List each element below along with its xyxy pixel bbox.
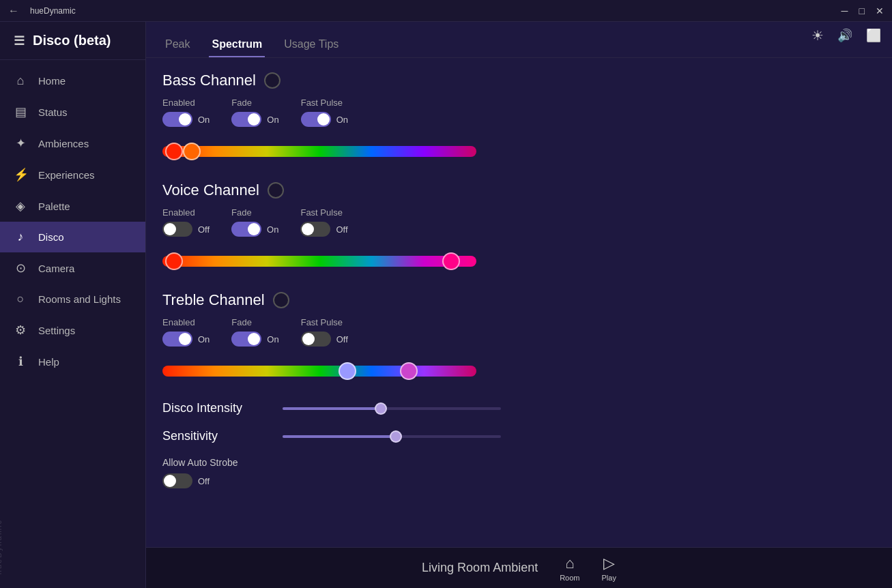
sidebar-label-palette: Palette [38, 201, 70, 212]
bottom-bar: Living Room Ambient ⌂ Room ▷ Play [146, 547, 892, 588]
treble-enabled-group: Enabled On [162, 317, 210, 347]
sidebar-item-home[interactable]: ⌂ Home [0, 65, 145, 96]
disco-icon: ♪ [14, 230, 27, 244]
bass-fade-thumb [248, 113, 260, 126]
voice-channel-section: Voice Channel Enabled Off F [162, 181, 876, 275]
sidebar-item-camera[interactable]: ⊙ Camera [0, 252, 145, 284]
sidebar-item-status[interactable]: ▤ Status [0, 96, 145, 128]
bottom-bar-title: Living Room Ambient [422, 561, 538, 575]
sidebar-item-experiences[interactable]: ⚡ Experiences [0, 159, 145, 190]
maximize-button[interactable]: □ [859, 5, 865, 16]
bass-fade-label: Fade [231, 98, 278, 108]
sidebar-label-settings: Settings [38, 325, 75, 336]
bass-enabled-label: Enabled [162, 98, 210, 108]
play-action[interactable]: ▷ Play [602, 555, 616, 582]
treble-fade-inline: On [231, 332, 278, 347]
treble-gradient-track [162, 366, 476, 377]
treble-controls-row: Enabled On Fade [162, 317, 876, 347]
treble-thumb-2[interactable] [400, 362, 418, 380]
close-button[interactable]: ✕ [876, 5, 884, 16]
tab-spectrum[interactable]: Spectrum [209, 33, 265, 57]
bass-channel-dot [264, 72, 280, 89]
voice-enabled-inline: Off [162, 222, 210, 237]
treble-fade-toggle[interactable] [231, 332, 261, 347]
scroll-area[interactable]: Bass Channel Enabled On Fad [146, 58, 892, 547]
room-icon: ⌂ [565, 555, 574, 572]
disco-intensity-thumb[interactable] [375, 402, 387, 415]
window-controls: ─ □ ✕ [841, 5, 884, 16]
auto-strobe-inline: Off [162, 473, 876, 488]
sidebar-nav: ⌂ Home ▤ Status ✦ Ambiences ⚡ Experience… [0, 60, 145, 588]
voice-fade-group: Fade On [231, 207, 278, 237]
treble-thumb-1[interactable] [339, 362, 356, 380]
treble-fade-group: Fade On [231, 317, 278, 347]
auto-strobe-toggle[interactable] [162, 473, 192, 488]
disco-intensity-label: Disco Intensity [162, 401, 272, 415]
display-icon[interactable]: ⬜ [866, 28, 881, 43]
bass-enabled-text: On [198, 115, 210, 125]
bass-channel-title: Bass Channel [162, 72, 256, 89]
sidebar-item-settings[interactable]: ⚙ Settings [0, 314, 145, 346]
treble-enabled-label: Enabled [162, 317, 210, 327]
auto-strobe-thumb [164, 475, 176, 487]
sensitivity-thumb[interactable] [390, 430, 402, 443]
voice-enabled-label: Enabled [162, 207, 210, 218]
treble-fastpulse-toggle[interactable] [301, 332, 331, 347]
main-layout: ☰ Disco (beta) ⌂ Home ▤ Status ✦ Ambienc… [0, 22, 892, 588]
bass-fastpulse-inline: On [301, 112, 348, 127]
sensitivity-track[interactable] [283, 435, 501, 438]
brightness-icon[interactable]: ☀ [811, 27, 824, 44]
bass-gradient-track [162, 146, 476, 157]
treble-enabled-text: On [198, 334, 210, 344]
voice-enabled-text: Off [198, 224, 210, 235]
voice-fastpulse-inline: Off [300, 222, 347, 237]
voice-fade-thumb [248, 223, 260, 235]
treble-fastpulse-thumb [302, 333, 315, 345]
sidebar-label-camera: Camera [38, 263, 74, 274]
auto-strobe-label: Allow Auto Strobe [162, 457, 876, 468]
sidebar-item-help[interactable]: ℹ Help [0, 346, 145, 377]
sidebar-item-palette[interactable]: ◈ Palette [0, 190, 145, 222]
treble-channel-header: Treble Channel [162, 291, 876, 309]
back-button[interactable]: ← [8, 5, 19, 17]
volume-icon[interactable]: 🔊 [837, 28, 852, 43]
header-actions: ☀ 🔊 ⬜ [811, 27, 881, 44]
sidebar-item-ambiences[interactable]: ✦ Ambiences [0, 128, 145, 159]
minimize-button[interactable]: ─ [841, 5, 848, 16]
bass-fade-toggle[interactable] [231, 112, 261, 127]
bass-thumb-1[interactable] [165, 143, 183, 160]
voice-thumb-1[interactable] [165, 252, 183, 270]
sidebar-label-help: Help [38, 356, 59, 368]
treble-gradient-slider[interactable] [162, 357, 876, 385]
bass-gradient-slider[interactable] [162, 138, 876, 165]
treble-enabled-toggle[interactable] [162, 332, 192, 347]
bass-enabled-toggle[interactable] [162, 112, 192, 127]
bass-fastpulse-toggle[interactable] [301, 112, 331, 127]
sidebar-label-experiences: Experiences [38, 169, 95, 181]
tab-bar: Peak Spectrum Usage Tips [146, 22, 892, 58]
tab-usage-tips[interactable]: Usage Tips [281, 33, 341, 57]
hamburger-icon[interactable]: ☰ [14, 33, 25, 48]
sidebar-label-status: Status [38, 106, 68, 118]
sidebar-item-disco[interactable]: ♪ Disco [0, 222, 145, 252]
bass-thumb-2[interactable] [183, 143, 201, 160]
sidebar-item-rooms-and-lights[interactable]: ○ Rooms and Lights [0, 284, 145, 314]
treble-fastpulse-group: Fast Pulse Off [301, 317, 348, 347]
voice-fade-inline: On [231, 222, 278, 237]
room-action[interactable]: ⌂ Room [560, 555, 579, 582]
voice-thumb-2[interactable] [442, 252, 460, 270]
status-icon: ▤ [14, 104, 27, 119]
sensitivity-row: Sensitivity [162, 429, 876, 443]
voice-enabled-toggle[interactable] [162, 222, 192, 237]
bass-fade-group: Fade On [231, 98, 278, 127]
tab-peak[interactable]: Peak [162, 33, 192, 57]
voice-fastpulse-toggle[interactable] [300, 222, 330, 237]
disco-intensity-track[interactable] [283, 407, 501, 410]
voice-controls-row: Enabled Off Fade [162, 207, 876, 237]
voice-gradient-slider[interactable] [162, 248, 876, 275]
voice-fastpulse-group: Fast Pulse Off [300, 207, 347, 237]
voice-fade-toggle[interactable] [231, 222, 261, 237]
titlebar: ← hueDynamic ─ □ ✕ [0, 0, 892, 22]
voice-gradient-track [162, 256, 476, 267]
bass-controls-row: Enabled On Fade [162, 98, 876, 127]
